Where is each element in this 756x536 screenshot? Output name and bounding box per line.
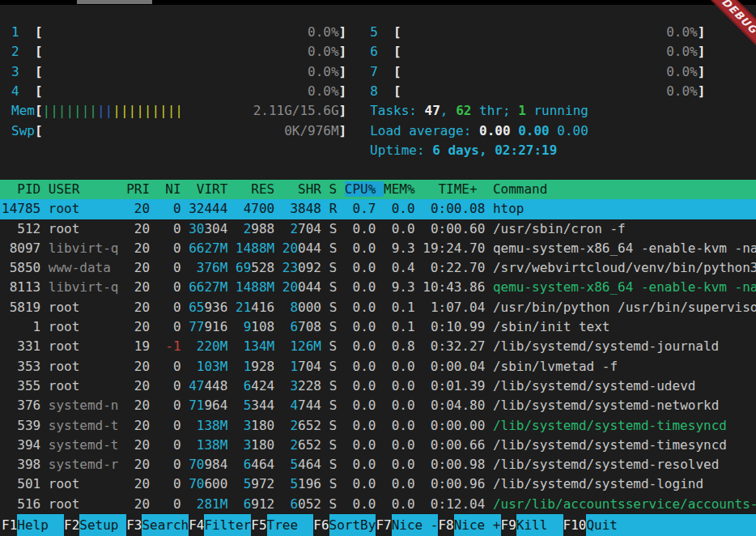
cell-user: root <box>40 338 118 354</box>
cell-res: 69 <box>236 260 251 275</box>
column-header-cpu[interactable]: CPU% <box>345 181 384 197</box>
column-header-mem[interactable]: MEM% <box>384 181 423 197</box>
column-header-ni[interactable]: NI <box>158 181 189 197</box>
cpu-meter-label: 1 <box>11 24 35 40</box>
fn-f8-nice--button[interactable]: F8Nice + <box>438 514 500 536</box>
cell-pri: 20 <box>119 319 151 334</box>
process-row[interactable]: 512 root 20 0 30304 2988 2704 S 0.0 0.0 … <box>0 219 756 239</box>
fn-f4-filter-button[interactable]: F4Filter <box>189 514 251 536</box>
cell-cpu: 0.0 <box>337 300 376 315</box>
cell-state: S <box>321 378 337 393</box>
cell-mem: 0.0 <box>376 359 414 374</box>
fn-key-label: F5 <box>251 514 266 536</box>
cell-state: S <box>321 260 337 275</box>
cell-mem: 0.1 <box>376 300 414 315</box>
meter-close-bracket: ] <box>339 83 347 99</box>
load-1min: 0.00 <box>479 123 511 138</box>
process-row[interactable]: 355 root 20 0 47448 6424 3228 S 0.0 0.0 … <box>0 376 756 396</box>
fn-f3-search-button[interactable]: F3Search <box>126 514 189 536</box>
process-row[interactable]: 14785 root 20 0 32444 4700 3848 R 0.7 0.… <box>0 199 756 219</box>
cell-virt: 70 <box>189 457 204 472</box>
cell-cpu: 0.0 <box>337 378 376 393</box>
column-header-s[interactable]: S <box>329 181 345 197</box>
cpu-meter-2: 2 [ 0.0%] <box>11 44 346 59</box>
cpu-meter-value: 0.0% <box>401 24 698 40</box>
cell-command: /usr/bin/python /usr/bin/superviso <box>485 300 756 315</box>
fn-key-label: F3 <box>126 514 142 536</box>
fn-key-label: F8 <box>438 514 453 536</box>
fn-f7-nice--button[interactable]: F7Nice - <box>376 514 438 536</box>
swap-meter-label: Swp <box>11 123 35 138</box>
fn-f9-kill-button[interactable]: F9Kill <box>501 514 563 536</box>
window-tab-indicator <box>77 0 152 4</box>
cell-time: 0:04.80 <box>415 398 486 413</box>
process-row[interactable]: 5819 root 20 0 65936 21416 8000 S 0.0 0.… <box>0 298 756 317</box>
cell-mem: 0.0 <box>376 418 414 433</box>
cell-res: 3 <box>244 437 252 453</box>
cell-pri: 20 <box>119 476 151 491</box>
cell-mem: 0.0 <box>376 476 414 491</box>
cell-pid: 8097 <box>2 240 40 256</box>
cell-ni: -1 <box>150 338 181 354</box>
fn-f5-tree-button[interactable]: F5Tree <box>251 514 313 536</box>
fn-action-label: SortBy <box>329 514 376 536</box>
process-row[interactable]: 501 root 20 0 70600 5972 5196 S 0.0 0.0 … <box>0 474 756 494</box>
cell-virt: 138M <box>197 437 228 453</box>
column-header-res[interactable]: RES <box>236 181 282 197</box>
cell-state: S <box>321 279 337 295</box>
meter-close-bracket: ] <box>339 103 347 118</box>
cpu-meter-label: 8 <box>370 83 393 99</box>
column-header-command[interactable]: Command <box>493 181 547 197</box>
process-row[interactable]: 8097 libvirt-q 20 0 6627M 1488M 20044 S … <box>0 239 756 258</box>
column-header-shr[interactable]: SHR <box>282 181 329 197</box>
process-row[interactable]: 8113 libvirt-q 20 0 6627M 1488M 20044 S … <box>0 278 756 297</box>
meter-open-bracket: [ <box>393 44 401 59</box>
cell-state: S <box>321 457 337 472</box>
process-row[interactable]: 331 root 19 -1 220M 134M 126M S 0.0 0.8 … <box>0 337 756 356</box>
column-header-pri[interactable]: PRI <box>126 181 158 197</box>
meter-close-bracket: ] <box>698 24 706 40</box>
cpu-meter-label: 4 <box>11 83 35 99</box>
cell-user: systemd-n <box>40 398 118 413</box>
cell-virt: 220M <box>197 338 228 354</box>
fn-f2-setup-button[interactable]: F2Setup <box>64 514 126 536</box>
cell-ni: 0 <box>150 437 181 453</box>
cell-pid: 5850 <box>2 260 40 275</box>
process-row[interactable]: 394 systemd-t 20 0 138M 3180 2652 S 0.0 … <box>0 436 756 455</box>
fn-f6-sortby-button[interactable]: F6SortBy <box>313 514 376 536</box>
cell-shr: 1 <box>290 359 298 374</box>
cell-mem: 0.0 <box>376 457 414 472</box>
cell-shr: 5 <box>290 457 298 472</box>
swap-meter-value: 0K/976M <box>43 123 339 138</box>
column-header-pid[interactable]: PID <box>2 181 49 197</box>
cell-time: 10:43.86 <box>415 279 486 295</box>
process-row[interactable]: 398 systemd-r 20 0 70984 6464 5464 S 0.0… <box>0 455 756 474</box>
process-row[interactable]: 516 root 20 0 281M 6912 6052 S 0.0 0.0 0… <box>0 495 756 514</box>
column-header-virt[interactable]: VIRT <box>189 181 236 197</box>
window-top-strip <box>0 0 756 5</box>
cell-pri: 20 <box>119 496 151 512</box>
process-row[interactable]: 539 systemd-t 20 0 138M 3180 2652 S 0.0 … <box>0 416 756 436</box>
cpu-meter-value: 0.0% <box>43 24 339 40</box>
cell-cpu: 0.0 <box>337 476 376 491</box>
column-header-time[interactable]: TIME+ <box>423 181 493 197</box>
cell-shr: 6 <box>290 319 298 334</box>
process-row[interactable]: 353 root 20 0 103M 1928 1704 S 0.0 0.0 0… <box>0 357 756 376</box>
cell-pid: 14785 <box>2 201 40 216</box>
column-header-user[interactable]: USER <box>49 181 126 197</box>
cpu-meter-value: 0.0% <box>43 44 339 59</box>
cell-state: S <box>321 300 337 315</box>
load-average: Load average: 0.00 0.00 0.00 <box>370 123 588 138</box>
tasks-label: Tasks: <box>370 103 424 118</box>
fn-key-label: F4 <box>189 514 204 536</box>
cell-shr: 2 <box>290 418 298 433</box>
cell-virt: 138M <box>197 418 228 433</box>
meter-close-bracket: ] <box>339 64 347 79</box>
process-row[interactable]: 1 root 20 0 77916 9108 6708 S 0.0 0.1 0:… <box>0 317 756 337</box>
process-row[interactable]: 5850 www-data 20 0 376M 69528 23092 S 0.… <box>0 258 756 278</box>
fn-f10-quit-button[interactable]: F10Quit <box>563 514 634 536</box>
process-row[interactable]: 376 systemd-n 20 0 71964 5344 4744 S 0.0… <box>0 396 756 415</box>
load-5min: 0.00 <box>518 123 550 138</box>
fn-f1-help-button[interactable]: F1Help <box>2 514 64 536</box>
cell-ni: 0 <box>150 260 181 275</box>
